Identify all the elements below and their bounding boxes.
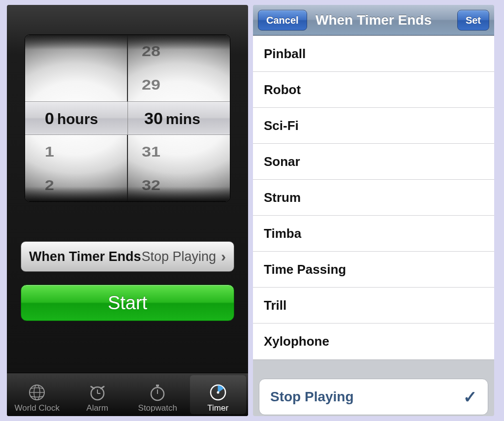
minutes-option: 29 (128, 70, 230, 99)
tab-stopwatch[interactable]: Stopwatch (127, 373, 188, 416)
sound-option[interactable]: Trill (253, 288, 494, 324)
when-timer-ends-label: When Timer Ends (29, 249, 141, 264)
tab-alarm[interactable]: Alarm (67, 373, 128, 416)
hours-wheel[interactable]: 1 2 (25, 35, 127, 201)
sound-option[interactable]: Robot (253, 72, 494, 108)
timer-icon (208, 383, 228, 402)
alarm-clock-icon (88, 383, 107, 402)
time-picker[interactable]: 1 2 28 29 31 32 (25, 34, 230, 202)
globe-icon (27, 383, 47, 402)
svg-line-7 (101, 387, 104, 389)
chevron-right-icon: › (221, 248, 226, 265)
svg-rect-10 (156, 385, 159, 387)
svg-line-6 (91, 387, 94, 389)
hours-option (25, 101, 127, 135)
hours-option: 2 (25, 171, 127, 199)
minutes-option: 31 (128, 137, 230, 166)
sound-option[interactable]: Pinball (253, 36, 494, 72)
stop-playing-block: Stop Playing ✓ (259, 379, 488, 415)
sound-option[interactable]: Strum (253, 180, 494, 216)
hours-option (25, 37, 127, 65)
stop-playing-option[interactable]: Stop Playing ✓ (259, 379, 488, 415)
sound-option[interactable]: Xylophone (253, 324, 494, 359)
start-button[interactable]: Start (21, 285, 234, 321)
timer-screen: 1 2 28 29 31 32 (7, 5, 248, 416)
minutes-option: 28 (128, 37, 230, 65)
minutes-option: 32 (128, 171, 230, 199)
cancel-button[interactable]: Cancel (258, 10, 307, 31)
sound-option[interactable]: Timba (253, 216, 494, 252)
when-timer-ends-value: Stop Playing (141, 249, 216, 264)
when-timer-ends-screen: Cancel When Timer Ends Set Pinball Robot… (253, 5, 494, 416)
nav-bar: Cancel When Timer Ends Set (253, 5, 494, 35)
hours-option (25, 70, 127, 99)
when-timer-ends-button[interactable]: When Timer Ends Stop Playing › (21, 241, 234, 272)
checkmark-icon: ✓ (463, 387, 477, 407)
sound-option[interactable]: Time Passing (253, 252, 494, 288)
minutes-wheel[interactable]: 28 29 31 32 (127, 35, 230, 201)
tab-world-clock[interactable]: World Clock (7, 373, 67, 416)
tab-bar: World Clock Alarm Sto (7, 373, 248, 416)
set-button[interactable]: Set (457, 10, 489, 31)
sound-option[interactable]: Sci-Fi (253, 108, 494, 144)
svg-point-13 (217, 391, 219, 394)
sound-option[interactable]: Sonar (253, 144, 494, 180)
minutes-option (128, 101, 230, 135)
hours-option: 1 (25, 137, 127, 166)
sound-list: Pinball Robot Sci-Fi Sonar Strum Timba T… (253, 35, 494, 360)
tab-timer[interactable]: Timer (188, 373, 249, 416)
stopwatch-icon (148, 383, 167, 402)
